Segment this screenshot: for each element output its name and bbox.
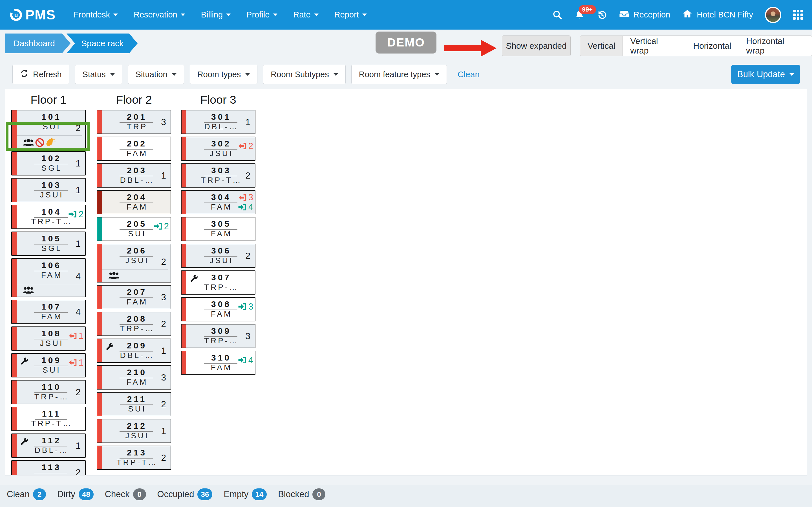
room-number-row: 111 (17, 407, 85, 419)
room-card-304[interactable]: 304FAM34 (181, 190, 255, 214)
user-avatar[interactable] (765, 7, 781, 23)
app-logo[interactable]: u PMS (10, 7, 56, 22)
view-mode-vertical-wrap[interactable]: Vertical wrap (622, 36, 686, 56)
room-card-body: 105SGL (17, 232, 85, 255)
status-count-badge: 2 (33, 489, 46, 500)
room-card-301[interactable]: 301DBL-…1 (181, 110, 255, 134)
room-type-row: FAM (102, 297, 170, 309)
room-card-310[interactable]: 310FAM4 (181, 351, 255, 375)
chevron-down-icon (245, 73, 250, 76)
notifications-bell-icon[interactable]: 99+ (574, 10, 585, 20)
room-card-111[interactable]: 111TRP-T… (11, 407, 86, 431)
room-card-204[interactable]: 204FAM (97, 190, 171, 214)
room-type: SGL (40, 244, 62, 252)
room-status-stripe (12, 300, 17, 323)
checkout-count: 3 (248, 192, 253, 203)
filter-dropdown-situation[interactable]: Situation (128, 65, 184, 84)
room-number-row: 206 (102, 244, 170, 256)
room-number-row: 210 (102, 366, 170, 378)
room-number-row: 202 (102, 137, 170, 149)
room-card-212[interactable]: 212JSUI1 (97, 419, 171, 443)
room-card-108[interactable]: 108JSUI1 (11, 327, 86, 351)
occupancy-count: 3 (161, 117, 166, 127)
room-number: 108 (34, 328, 68, 339)
nav-item-reservation[interactable]: Reservation (134, 10, 185, 19)
room-card-201[interactable]: 201TRP3 (97, 110, 171, 134)
room-card-207[interactable]: 207FAM3 (97, 285, 171, 309)
room-card-104[interactable]: 104TRP-T…2 (11, 205, 86, 229)
room-type: SGL (40, 164, 62, 172)
room-type-row: TRP-… (186, 283, 255, 294)
filter-dropdown-room-feature-types[interactable]: Room feature types (351, 65, 447, 84)
nav-item-report[interactable]: Report (335, 10, 367, 19)
room-card-205[interactable]: 205SUI2 (97, 217, 171, 241)
room-number: 104 (34, 207, 68, 218)
nav-item-profile[interactable]: Profile (246, 10, 277, 19)
room-card-303[interactable]: 303TRP-T…2 (181, 163, 255, 187)
apps-grid-icon[interactable] (793, 10, 803, 20)
room-status-stripe (182, 217, 186, 240)
room-card-106[interactable]: 106FAM4 (11, 258, 86, 297)
room-card-213[interactable]: 213TRP-T…2 (97, 446, 171, 470)
room-card-203[interactable]: 203DBL-…1 (97, 163, 171, 187)
filter-dropdown-status[interactable]: Status (75, 65, 122, 84)
room-type: DBL-… (118, 351, 154, 360)
filter-dropdown-room-types[interactable]: Room types (190, 65, 258, 84)
room-card-305[interactable]: 305FAM (181, 217, 255, 241)
room-card-307[interactable]: 307TRP-… (181, 270, 255, 295)
room-card-103[interactable]: 103JSUI1 (11, 178, 86, 202)
filter-dropdown-label: Situation (136, 70, 167, 79)
room-card-113[interactable]: 1132 (11, 460, 86, 475)
room-type: JSUI (208, 256, 234, 265)
room-card-209[interactable]: 209DBL-…1 (97, 339, 171, 363)
room-card-112[interactable]: 112DBL-…1 (11, 434, 86, 458)
room-card-110[interactable]: 110TRP-…2 (11, 380, 86, 404)
room-card-302[interactable]: 302JSUI2 (181, 136, 255, 161)
clean-filter-link[interactable]: Clean (458, 69, 479, 79)
room-card-102[interactable]: 102SGL1 (11, 151, 86, 175)
room-card-105[interactable]: 105SGL1 (11, 231, 86, 256)
room-number: 113 (35, 462, 67, 473)
room-number: 303 (204, 165, 238, 176)
room-type: JSUI (38, 339, 64, 348)
breadcrumb-dashboard[interactable]: Dashboard (5, 34, 70, 53)
history-icon[interactable] (597, 10, 607, 20)
nav-item-frontdesk[interactable]: Frontdesk (73, 10, 118, 19)
reception-selector[interactable]: Reception (619, 8, 670, 21)
filter-dropdown-label: Status (83, 70, 106, 79)
checkout-count: 2 (248, 141, 253, 151)
room-status-stripe (12, 259, 17, 297)
filter-dropdown-room-subtypes[interactable]: Room Subtypes (263, 65, 345, 84)
room-type: FAM (125, 297, 148, 306)
view-mode-vertical[interactable]: Vertical (580, 36, 623, 56)
chevron-down-icon (110, 73, 115, 76)
room-card-308[interactable]: 308FAM3 (181, 297, 255, 321)
nav-item-rate[interactable]: Rate (293, 10, 318, 19)
room-card-202[interactable]: 202FAM (97, 136, 171, 161)
room-card-306[interactable]: 306JSUI2 (181, 244, 255, 268)
view-mode-horizontal[interactable]: Horizontal (686, 36, 739, 56)
view-mode-group: VerticalVertical wrapHorizontalHorizonta… (580, 36, 812, 56)
search-icon[interactable] (552, 10, 562, 20)
nav-item-billing[interactable]: Billing (201, 10, 231, 19)
room-number: 204 (119, 192, 153, 203)
view-mode-horizontal-wrap[interactable]: Horizontal wrap (739, 36, 812, 56)
occupancy-count: 2 (245, 170, 250, 181)
room-type-row: DBL-… (102, 176, 170, 187)
room-card-208[interactable]: 208TRP-…2 (97, 312, 171, 336)
room-card-206[interactable]: 206JSUI2 (97, 244, 171, 283)
status-occupied: Occupied36 (157, 489, 213, 500)
room-card-107[interactable]: 107FAM4 (11, 300, 86, 324)
room-card-210[interactable]: 210FAM3 (97, 365, 171, 390)
refresh-button[interactable]: Refresh (12, 65, 69, 84)
breadcrumb-space-rack[interactable]: Space rack (66, 34, 138, 53)
nav-item-label: Report (335, 10, 359, 19)
checkin-count: 2 (79, 209, 84, 219)
bulk-update-button[interactable]: Bulk Update (731, 65, 800, 84)
room-card-211[interactable]: 211SUI2 (97, 392, 171, 416)
room-type-row: TRP-… (102, 324, 170, 335)
hotel-selector[interactable]: Hotel BCN Fifty (682, 8, 753, 21)
room-card-309[interactable]: 309TRP-…3 (181, 324, 255, 348)
room-card-109[interactable]: 109SUI1 (11, 353, 86, 378)
show-expanded-button[interactable]: Show expanded (502, 36, 571, 56)
